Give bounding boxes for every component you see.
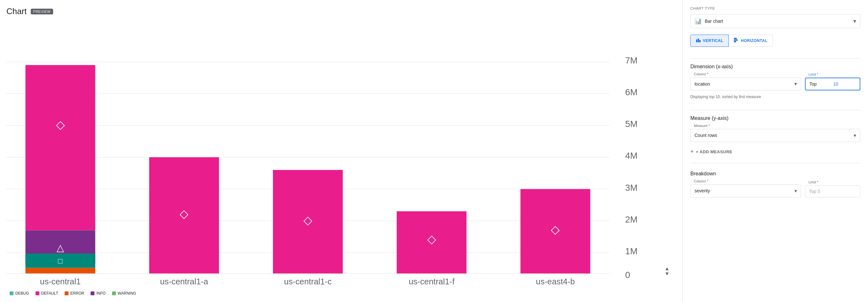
measure-section: Measure (y-axis) Measure * Count rows ▾ … [690, 115, 860, 158]
breakdown-column-group: Column * severity ▾ [690, 182, 801, 197]
svg-rect-10 [699, 40, 701, 42]
measure-dropdown[interactable]: Count rows ▾ [690, 129, 860, 142]
x-label-3: us-central1-c [284, 277, 332, 286]
measure-chevron: ▾ [854, 132, 856, 138]
x-label-4: us-central1-f [409, 277, 455, 286]
limit-label-wrapper: Limit * Top 10 [805, 75, 860, 90]
chart-header: Chart PREVIEW [6, 6, 673, 16]
bar-1-debug-icon: □ [58, 256, 63, 265]
dimension-title: Dimension (x-axis) [690, 64, 860, 70]
bar-2-icon: ◇ [180, 208, 188, 220]
column-field-group: Column * location ▾ [690, 75, 801, 90]
bar-4-icon: ◇ [427, 233, 436, 246]
measure-label-wrapper: Measure * Count rows ▾ [690, 126, 860, 142]
legend-error-label: ERROR [70, 291, 84, 296]
y-label-1m: 1M [625, 246, 638, 256]
legend-warning-label: WARNING [118, 291, 136, 296]
bar-1-error [25, 268, 95, 274]
svg-rect-9 [698, 38, 699, 42]
bar-5-icon: ◇ [551, 223, 560, 236]
column-chevron: ▾ [795, 81, 797, 87]
vertical-btn[interactable]: VERTICAL [690, 35, 729, 47]
chart-area: Chart PREVIEW 7M 6M 5M 4M 3M 2M 1M 0 [0, 0, 682, 302]
breakdown-column-value: severity [694, 188, 793, 193]
divider-2 [690, 110, 860, 110]
divider-1 [690, 58, 860, 59]
legend-debug-dot [9, 292, 13, 295]
chart-title: Chart [6, 6, 27, 16]
breakdown-limit-label: Limit * [807, 180, 819, 184]
breakdown-limit-placeholder[interactable]: Top 5 [809, 189, 856, 194]
breakdown-limit-label-wrapper: Limit * Top 5 [805, 183, 860, 197]
vertical-icon [696, 37, 701, 44]
legend: DEBUG DEFAULT ERROR INFO WARNING [6, 289, 673, 296]
svg-rect-11 [734, 38, 737, 39]
dimension-section: Dimension (x-axis) Column * location ▾ L… [690, 64, 860, 105]
legend-error-dot [65, 292, 68, 295]
column-dropdown[interactable]: location ▾ [690, 77, 801, 90]
limit-prefix: Top [809, 81, 832, 87]
legend-info-dot [91, 292, 94, 295]
legend-info: INFO [91, 291, 105, 296]
y-label-4m: 4M [625, 151, 638, 161]
legend-error: ERROR [65, 291, 84, 296]
measure-value: Count rows [694, 133, 852, 138]
breakdown-limit-group: Limit * Top 5 [805, 183, 860, 197]
bar-chart-icon: 📊 [694, 18, 702, 25]
y-label-5m: 5M [625, 119, 638, 129]
x-label-5: us-east4-b [536, 277, 575, 286]
scroll-indicator[interactable]: ▲ ▼ [664, 266, 670, 276]
legend-default-dot [35, 292, 39, 295]
legend-debug: DEBUG [9, 291, 29, 296]
limit-field-group: Limit * Top 10 [805, 75, 860, 90]
breakdown-column-dropdown[interactable]: severity ▾ [690, 184, 801, 197]
breakdown-field-row: Column * severity ▾ Limit * Top 5 [690, 182, 860, 197]
horizontal-btn[interactable]: HORIZONTAL [729, 35, 773, 47]
breakdown-section: Breakdown Column * severity ▾ Limit * To… [690, 171, 860, 201]
legend-info-label: INFO [96, 291, 105, 296]
bar-1-default-icon: ◇ [56, 118, 65, 131]
legend-default: DEFAULT [35, 291, 58, 296]
scroll-up-icon[interactable]: ▲ [664, 266, 670, 271]
measure-title: Measure (y-axis) [690, 115, 860, 121]
scroll-down-icon[interactable]: ▼ [664, 271, 670, 276]
column-label: Column * [693, 72, 709, 76]
dimension-hint: Displaying top 10, sorted by first measu… [690, 94, 860, 100]
bar-1-info-icon: △ [57, 242, 64, 253]
bar-3-icon: ◇ [303, 214, 312, 227]
add-measure-button[interactable]: + + ADD MEASURE [690, 146, 732, 158]
breakdown-title: Breakdown [690, 171, 860, 177]
horizontal-icon [734, 37, 739, 44]
x-label-1: us-central1 [40, 277, 81, 286]
y-label-7m: 7M [625, 55, 638, 65]
limit-input[interactable]: Top 10 [805, 78, 860, 90]
measure-label: Measure * [693, 124, 711, 128]
svg-rect-13 [734, 41, 736, 42]
legend-warning-dot [112, 292, 116, 295]
y-label-3m: 3M [625, 183, 638, 193]
breakdown-column-label: Column * [693, 179, 709, 183]
orientation-buttons: VERTICAL HORIZONTAL [690, 35, 860, 47]
breakdown-column-label-wrapper: Column * severity ▾ [690, 182, 801, 197]
legend-warning: WARNING [112, 291, 136, 296]
chart-container: 7M 6M 5M 4M 3M 2M 1M 0 ◇ △ □ us-central1 [6, 23, 673, 296]
legend-debug-label: DEBUG [16, 291, 29, 296]
chart-type-select[interactable]: 📊 Bar chart ▾ [690, 14, 860, 28]
y-label-0: 0 [625, 270, 630, 280]
measure-field-row: Measure * Count rows ▾ [690, 126, 860, 142]
chart-type-section: Chart type 📊 Bar chart ▾ [690, 6, 860, 28]
y-label-6m: 6M [625, 87, 638, 97]
vertical-label: VERTICAL [703, 38, 723, 43]
limit-value[interactable]: 10 [833, 81, 856, 87]
breakdown-limit-input[interactable]: Top 5 [805, 185, 860, 197]
breakdown-column-chevron: ▾ [795, 188, 797, 194]
limit-label: Limit * [807, 73, 819, 76]
svg-rect-12 [734, 39, 738, 41]
bar-1-default [25, 65, 95, 230]
column-label-wrapper: Column * location ▾ [690, 75, 801, 90]
dimension-field-row: Column * location ▾ Limit * Top 10 [690, 75, 860, 90]
svg-rect-8 [696, 39, 698, 42]
preview-badge: PREVIEW [31, 9, 53, 15]
add-measure-label: + ADD MEASURE [696, 149, 732, 154]
legend-default-label: DEFAULT [41, 291, 58, 296]
